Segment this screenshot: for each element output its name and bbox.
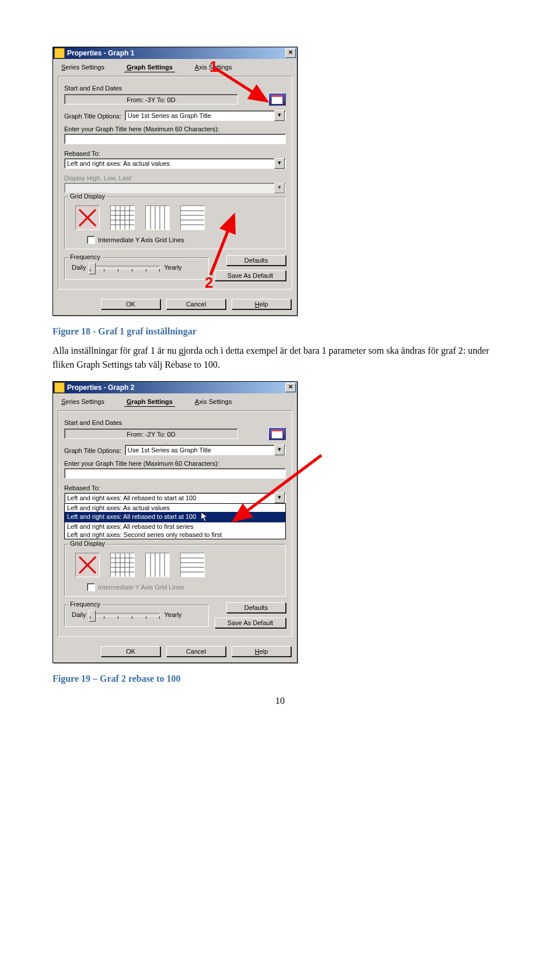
save-default-button[interactable]: Save As Default (215, 270, 286, 281)
grid-display-label: Grid Display (68, 540, 107, 547)
grid-display-group: Grid Display (64, 544, 286, 597)
rebased-value: Left and right axes: As actual values (67, 158, 170, 169)
title-opts-combo[interactable]: Use 1st Series as Graph Title ▼ (125, 110, 286, 121)
titlebar[interactable]: Properties - Graph 2 ✕ (53, 382, 297, 393)
properties-dialog-graph2: Properties - Graph 2 ✕ Series Settings G… (52, 381, 298, 663)
annotation-2: 2 (205, 274, 213, 292)
tab-graph[interactable]: Graph Settings (124, 62, 175, 72)
grid-both-button[interactable] (110, 553, 135, 577)
rebased-combo[interactable]: Left and right axes: As actual values ▼ (64, 158, 286, 169)
start-end-value: From: -2Y To: 0D (64, 428, 238, 439)
rebased-option[interactable]: Left and right axes: Second series only … (65, 531, 285, 539)
freq-left-label: Daily (72, 611, 86, 618)
rebased-option[interactable]: Left and right axes: As actual values (65, 504, 285, 512)
freq-left-label: Daily (72, 264, 86, 271)
checkbox-icon (87, 583, 95, 591)
intermediate-checkbox: Intermediate Y Axis Grid Lines (69, 580, 281, 591)
title-opts-value: Use 1st Series as Graph Title (128, 110, 211, 121)
body-paragraph: Alla inställningar för graf 1 är nu gjor… (52, 344, 508, 372)
graph-title-input[interactable] (64, 134, 286, 144)
slider-thumb[interactable] (89, 610, 96, 622)
start-end-value: From: -3Y To: 0D (64, 94, 238, 104)
hilo-label: Display High, Low, Last: (64, 175, 286, 182)
close-icon[interactable]: ✕ (285, 48, 296, 58)
rebased-combo[interactable]: Left and right axes: All rebased to star… (64, 493, 286, 503)
save-default-button[interactable]: Save As Default (215, 618, 286, 628)
dialog-footer: OK Cancel Help (53, 640, 297, 662)
frequency-slider[interactable] (89, 613, 160, 616)
annotation-1: 1 (209, 58, 218, 76)
title-opts-combo[interactable]: Use 1st Series as Graph Title ▼ (125, 445, 286, 455)
start-end-label: Start and End Dates (64, 419, 286, 426)
page-number: 10 (52, 696, 508, 706)
ok-button[interactable]: OK (101, 299, 160, 309)
grid-none-button[interactable] (75, 553, 100, 577)
grid-display-label: Grid Display (68, 193, 107, 200)
rebased-label: Rebased To: (64, 484, 286, 491)
svg-marker-24 (201, 512, 207, 521)
calendar-icon (271, 430, 283, 438)
rebased-option-selected[interactable]: Left and right axes: All rebased to star… (65, 512, 285, 522)
dialog-footer: OK Cancel Help (53, 293, 297, 315)
help-button[interactable]: Help (232, 299, 291, 309)
rebased-label: Rebased To: (64, 150, 286, 157)
date-picker-button[interactable] (268, 93, 286, 106)
chevron-down-icon: ▼ (274, 110, 285, 121)
tab-row: Series Settings Graph Settings Axis Sett… (53, 393, 297, 407)
chevron-down-icon: ▼ (274, 493, 285, 503)
frequency-label: Frequency (68, 601, 102, 608)
window-title: Properties - Graph 2 (67, 383, 134, 392)
grid-none-button[interactable] (75, 205, 100, 230)
rebased-option[interactable]: Left and right axes: All rebased to firs… (65, 522, 285, 531)
enter-title-label: Enter your Graph Title here (Maximum 60 … (64, 460, 286, 467)
cursor-icon (201, 512, 208, 522)
cancel-button[interactable]: Cancel (166, 646, 226, 657)
frequency-group: Frequency Daily Yearly (64, 257, 209, 280)
checkbox-icon (87, 236, 95, 244)
grid-horizontal-button[interactable] (180, 205, 205, 230)
frequency-slider[interactable] (89, 266, 160, 269)
app-icon (54, 48, 65, 58)
properties-dialog-graph1: Properties - Graph 1 ✕ Series Settings G… (52, 47, 298, 316)
chevron-down-icon: ▼ (274, 445, 285, 455)
hilo-combo: ▼ (64, 183, 286, 193)
help-button[interactable]: Help (232, 646, 291, 657)
freq-right-label: Yearly (164, 264, 181, 271)
cancel-button[interactable]: Cancel (166, 299, 226, 309)
grid-vertical-button[interactable] (145, 205, 170, 230)
freq-right-label: Yearly (164, 611, 181, 618)
frequency-group: Frequency Daily Yearly (64, 605, 209, 627)
tab-row: Series Settings Graph Settings Axis Sett… (53, 59, 297, 72)
grid-horizontal-button[interactable] (180, 553, 205, 577)
settings-panel: Start and End Dates From: -3Y To: 0D Gra… (58, 76, 292, 290)
grid-display-group: Grid Display (64, 197, 286, 249)
date-picker-button[interactable] (268, 427, 286, 440)
app-icon (54, 382, 65, 393)
defaults-button[interactable]: Defaults (226, 602, 286, 613)
ok-button[interactable]: OK (101, 646, 160, 657)
tab-series[interactable]: Series Settings (59, 397, 107, 407)
defaults-button[interactable]: Defaults (226, 255, 286, 266)
close-icon[interactable]: ✕ (285, 383, 296, 392)
grid-both-button[interactable] (110, 205, 135, 230)
frequency-label: Frequency (68, 253, 102, 260)
tab-series[interactable]: Series Settings (59, 62, 107, 72)
intermediate-label: Intermediate Y Axis Grid Lines (98, 236, 184, 243)
rebased-dropdown[interactable]: Left and right axes: As actual values Le… (64, 503, 286, 539)
intermediate-checkbox[interactable]: Intermediate Y Axis Grid Lines (69, 232, 281, 244)
intermediate-label: Intermediate Y Axis Grid Lines (98, 584, 184, 591)
calendar-icon (271, 95, 283, 104)
figure-18-caption: Figure 18 - Graf 1 graf inställningar (52, 326, 508, 337)
window-title: Properties - Graph 1 (67, 49, 134, 57)
tab-axis[interactable]: Axis Settings (192, 397, 235, 407)
slider-thumb[interactable] (89, 263, 96, 274)
title-opts-value: Use 1st Series as Graph Title (128, 445, 211, 455)
settings-panel: Start and End Dates From: -2Y To: 0D Gra… (58, 410, 292, 637)
grid-vertical-button[interactable] (145, 553, 170, 577)
rebased-value: Left and right axes: All rebased to star… (67, 493, 196, 503)
enter-title-label: Enter your Graph Title here (Maximum 60 … (64, 125, 286, 132)
figure-19-caption: Figure 19 – Graf 2 rebase to 100 (52, 674, 508, 684)
tab-graph[interactable]: Graph Settings (124, 397, 175, 407)
graph-title-input[interactable] (64, 468, 286, 479)
titlebar[interactable]: Properties - Graph 1 ✕ (53, 47, 297, 59)
